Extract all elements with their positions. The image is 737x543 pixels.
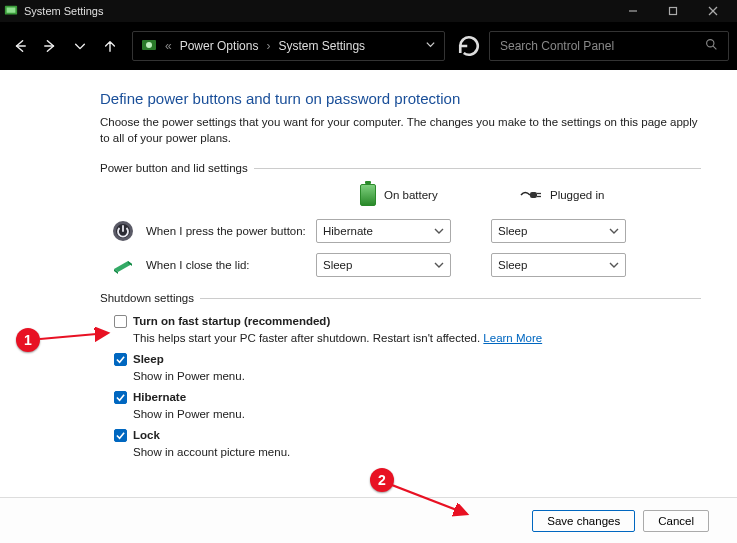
checkbox-row-fast-startup: Turn on fast startup (recommended) This …: [100, 314, 701, 346]
label-lid: When I close the lid:: [146, 259, 306, 271]
checkbox-fast-startup[interactable]: [114, 315, 127, 328]
page-description: Choose the power settings that you want …: [100, 115, 701, 146]
page-heading: Define power buttons and turn on passwor…: [100, 90, 701, 107]
address-bar[interactable]: « Power Options › System Settings: [132, 31, 445, 61]
chevron-right-icon: ›: [266, 39, 270, 53]
save-changes-button[interactable]: Save changes: [532, 510, 635, 532]
laptop-lid-icon: [110, 252, 136, 278]
checkbox-sleep[interactable]: [114, 353, 127, 366]
app-icon: [4, 4, 18, 18]
up-button[interactable]: [98, 34, 122, 58]
control-panel-icon: [141, 38, 157, 54]
forward-button[interactable]: [38, 34, 62, 58]
window-title: System Settings: [24, 5, 103, 17]
svg-point-10: [707, 40, 714, 47]
section-shutdown: Shutdown settings: [100, 292, 701, 304]
fast-startup-sub: This helps start your PC faster after sh…: [133, 332, 483, 344]
recent-dropdown-button[interactable]: [68, 34, 92, 58]
column-header-plugged: Plugged in: [520, 188, 660, 202]
plug-icon: [520, 188, 542, 202]
hibernate-sub: Show in Power menu.: [133, 407, 245, 423]
hibernate-title: Hibernate: [133, 391, 186, 403]
breadcrumb-item-power-options[interactable]: Power Options: [180, 39, 259, 53]
power-button-icon: [110, 218, 136, 244]
checkbox-row-hibernate: Hibernate Show in Power menu.: [100, 390, 701, 422]
breadcrumb-prefix: «: [165, 39, 172, 53]
close-button[interactable]: [693, 0, 733, 22]
toolbar: « Power Options › System Settings: [0, 22, 737, 70]
sleep-sub: Show in Power menu.: [133, 369, 245, 385]
footer: Save changes Cancel: [0, 497, 737, 543]
refresh-button[interactable]: [455, 31, 483, 61]
back-button[interactable]: [8, 34, 32, 58]
label-power-button: When I press the power button:: [146, 225, 306, 237]
learn-more-link[interactable]: Learn More: [483, 332, 542, 344]
titlebar: System Settings: [0, 0, 737, 22]
checkbox-row-lock: Lock Show in account picture menu.: [100, 428, 701, 460]
dropdown-lid-battery[interactable]: Sleep: [316, 253, 451, 277]
section-power-button-lid: Power button and lid settings: [100, 162, 701, 174]
search-box[interactable]: [489, 31, 729, 61]
cancel-button[interactable]: Cancel: [643, 510, 709, 532]
svg-point-9: [146, 42, 152, 48]
column-header-battery: On battery: [360, 184, 500, 206]
content-area: Define power buttons and turn on passwor…: [0, 70, 737, 460]
dropdown-powerbtn-plugged[interactable]: Sleep: [491, 219, 626, 243]
dropdown-powerbtn-battery[interactable]: Hibernate: [316, 219, 451, 243]
fast-startup-title: Turn on fast startup (recommended): [133, 315, 330, 327]
svg-rect-1: [7, 8, 16, 13]
dropdown-lid-plugged[interactable]: Sleep: [491, 253, 626, 277]
sleep-title: Sleep: [133, 353, 164, 365]
breadcrumb-item-system-settings[interactable]: System Settings: [278, 39, 365, 53]
address-dropdown-icon[interactable]: [425, 39, 436, 53]
checkbox-row-sleep: Sleep Show in Power menu.: [100, 352, 701, 384]
search-input[interactable]: [500, 39, 705, 53]
annotation-2: 2: [370, 468, 394, 492]
row-power-button: When I press the power button: Hibernate…: [100, 218, 701, 244]
lock-sub: Show in account picture menu.: [133, 445, 290, 461]
maximize-button[interactable]: [653, 0, 693, 22]
minimize-button[interactable]: [613, 0, 653, 22]
battery-icon: [360, 184, 376, 206]
checkbox-hibernate[interactable]: [114, 391, 127, 404]
svg-line-11: [713, 46, 716, 49]
row-lid: When I close the lid: Sleep Sleep: [100, 252, 701, 278]
search-icon: [705, 38, 718, 54]
svg-rect-12: [530, 192, 537, 198]
checkbox-lock[interactable]: [114, 429, 127, 442]
svg-rect-3: [670, 8, 677, 15]
lock-title: Lock: [133, 429, 160, 441]
